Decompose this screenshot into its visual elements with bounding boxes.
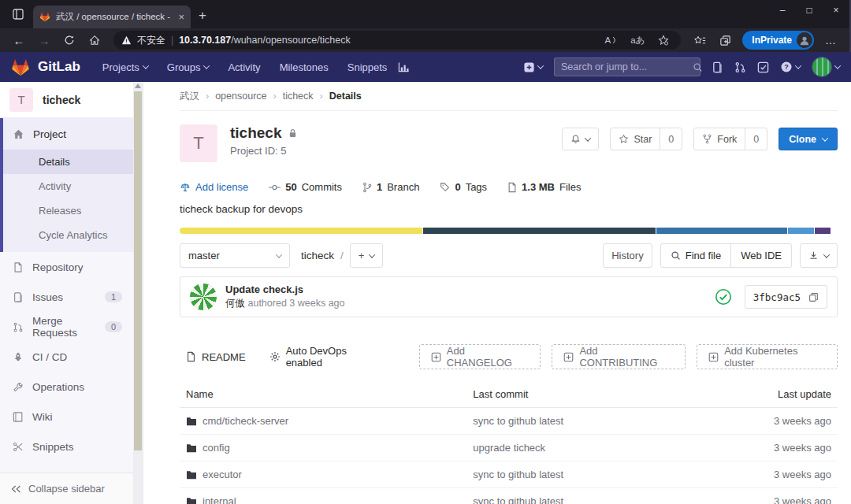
- fork-button[interactable]: Fork 0: [693, 128, 767, 150]
- web-ide-button[interactable]: Web IDE: [730, 244, 791, 267]
- user-avatar[interactable]: [812, 57, 840, 77]
- clone-button[interactable]: Clone: [779, 128, 838, 150]
- pipeline-status-icon[interactable]: [715, 288, 732, 306]
- help-icon[interactable]: ?: [780, 61, 801, 73]
- commit-message-link[interactable]: sync to github latest: [473, 415, 563, 427]
- window-maximize-button[interactable]: □: [796, 0, 823, 20]
- copy-icon[interactable]: [808, 292, 819, 302]
- window-close-button[interactable]: ×: [823, 0, 849, 20]
- readme-button[interactable]: README: [180, 344, 252, 369]
- add-file-button[interactable]: +: [350, 243, 384, 268]
- sidebar-project-header[interactable]: T ticheck: [0, 82, 143, 118]
- branches-stat[interactable]: 1Branch: [362, 181, 419, 193]
- security-label[interactable]: 不安全: [137, 34, 165, 47]
- sidebar-item-cycle-analytics[interactable]: Cycle Analytics: [3, 223, 143, 247]
- breadcrumb-group[interactable]: 武汉: [180, 90, 199, 103]
- files-stat[interactable]: 1.3 MBFiles: [507, 181, 581, 193]
- refresh-icon[interactable]: [58, 31, 80, 50]
- star-button[interactable]: Star 0: [610, 128, 682, 150]
- read-aloud-icon[interactable]: A: [600, 35, 621, 45]
- download-source-button[interactable]: [800, 243, 838, 268]
- sidebar-item-releases[interactable]: Releases: [3, 198, 143, 223]
- commit-sha[interactable]: 3fbc9ac5: [745, 285, 827, 309]
- address-bar[interactable]: 不安全 | 10.3.70.187/wuhan/opensource/tiche…: [113, 31, 681, 50]
- nav-groups[interactable]: Groups: [159, 61, 217, 73]
- global-search[interactable]: [554, 57, 700, 76]
- favorites-bar-icon[interactable]: [689, 31, 711, 50]
- file-name-link[interactable]: cmd/ticheck-server: [203, 415, 288, 427]
- chart-icon[interactable]: [398, 61, 410, 73]
- nav-activity[interactable]: Activity: [220, 61, 268, 73]
- table-row[interactable]: internal sync to github latest 3 weeks a…: [180, 488, 838, 504]
- warning-icon: [121, 35, 132, 45]
- sidebar-item-repository[interactable]: Repository: [0, 252, 143, 282]
- window-minimize-button[interactable]: –: [769, 0, 796, 20]
- tags-stat[interactable]: 0Tags: [440, 181, 487, 193]
- file-name-link[interactable]: internal: [203, 495, 236, 504]
- sidebar-item-details[interactable]: Details: [3, 150, 143, 174]
- tab-close-icon[interactable]: ×: [178, 11, 184, 23]
- breadcrumb-subgroup[interactable]: opensource: [215, 91, 266, 102]
- add-changelog-button[interactable]: Add CHANGELOG: [419, 344, 541, 369]
- sidebar-item-activity[interactable]: Activity: [3, 174, 143, 198]
- table-row[interactable]: cmd/ticheck-server sync to github latest…: [180, 408, 838, 435]
- sidebar-item-operations[interactable]: Operations: [0, 372, 143, 402]
- breadcrumb-project[interactable]: ticheck: [283, 91, 314, 102]
- collapse-sidebar-button[interactable]: Collapse sidebar: [0, 472, 143, 504]
- sidebar-item-project[interactable]: Project: [3, 118, 143, 150]
- sidebar-item-issues[interactable]: Issues 1: [0, 282, 143, 312]
- commit-message-link[interactable]: sync to github latest: [473, 495, 563, 504]
- auto-devops-button[interactable]: Auto DevOps enabled: [263, 344, 388, 369]
- favorites-star-icon[interactable]: [654, 35, 673, 46]
- merge-requests-icon[interactable]: [734, 61, 746, 73]
- add-kubernetes-button[interactable]: Add Kubernetes cluster: [697, 344, 838, 369]
- find-file-button[interactable]: Find file: [661, 244, 731, 267]
- nav-projects[interactable]: Projects: [95, 61, 156, 73]
- todos-icon[interactable]: [757, 61, 769, 73]
- sidebar-scrollbar[interactable]: [133, 82, 143, 504]
- browser-menu-icon[interactable]: …: [820, 34, 842, 46]
- commit-message-link[interactable]: upgrade ticheck: [473, 442, 545, 454]
- nav-snippets[interactable]: Snippets: [340, 61, 396, 73]
- sidebar-item-snippets[interactable]: Snippets: [0, 432, 143, 461]
- scroll-up-arrow-icon[interactable]: [135, 83, 141, 88]
- column-header-last-commit: Last commit: [466, 381, 743, 408]
- repo-root-link[interactable]: ticheck: [301, 250, 334, 261]
- commit-author-link[interactable]: 何傲: [225, 298, 245, 309]
- home-icon[interactable]: [84, 31, 106, 50]
- branch-selector[interactable]: master: [180, 243, 290, 268]
- scrollbar-thumb[interactable]: [134, 91, 142, 450]
- sidebar-item-wiki[interactable]: Wiki: [0, 402, 143, 432]
- collections-icon[interactable]: [714, 31, 736, 50]
- tab-workspaces-icon[interactable]: [6, 3, 30, 25]
- commit-author-avatar[interactable]: [190, 284, 217, 310]
- inprivate-badge[interactable]: InPrivate: [742, 31, 814, 50]
- file-name-link[interactable]: config: [203, 442, 230, 454]
- nav-milestones[interactable]: Milestones: [272, 61, 336, 73]
- translate-icon[interactable]: aあ: [626, 35, 648, 46]
- file-name-link[interactable]: executor: [203, 469, 242, 480]
- sidebar-item-ci-cd[interactable]: CI / CD: [0, 342, 143, 372]
- gitlab-wordmark[interactable]: GitLab: [38, 59, 80, 75]
- commits-stat[interactable]: 50Commits: [269, 181, 342, 193]
- sidebar-item-merge-requests[interactable]: Merge Requests 0: [0, 312, 143, 342]
- table-row[interactable]: config upgrade ticheck 3 weeks ago: [180, 435, 838, 461]
- browser-tab[interactable]: 武汉 / opensource / ticheck - Gi ×: [33, 6, 191, 28]
- language-segment: [788, 228, 814, 234]
- gitlab-logo[interactable]: [11, 58, 30, 76]
- new-menu-button[interactable]: [523, 61, 543, 73]
- issues-icon[interactable]: [712, 61, 723, 73]
- url-text[interactable]: 10.3.70.187/wuhan/opensource/ticheck: [179, 35, 595, 46]
- history-button[interactable]: History: [603, 243, 652, 268]
- back-icon[interactable]: ←: [8, 31, 30, 50]
- commit-message-link[interactable]: Update check.js: [225, 284, 345, 295]
- new-tab-button[interactable]: +: [199, 8, 206, 24]
- repo-path: ticheck / +: [301, 243, 383, 268]
- add-license-link[interactable]: Add license: [180, 181, 248, 193]
- lock-icon: [288, 128, 298, 139]
- commit-message-link[interactable]: sync to github latest: [473, 469, 563, 480]
- notifications-button[interactable]: [562, 128, 599, 150]
- add-contributing-button[interactable]: Add CONTRIBUTING: [552, 344, 686, 369]
- table-row[interactable]: executor sync to github latest 3 weeks a…: [180, 461, 838, 488]
- search-input[interactable]: [561, 61, 688, 72]
